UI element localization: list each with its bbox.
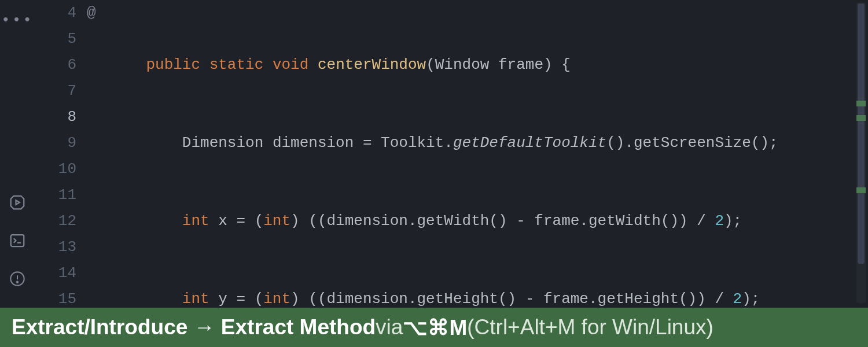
line-number: 11 xyxy=(35,182,76,208)
line-number: 14 xyxy=(35,260,76,286)
banner-action: Extract/Introduce → Extract Method xyxy=(12,315,376,339)
scrollbar[interactable] xyxy=(856,2,866,303)
left-gutter: ••• xyxy=(0,0,35,307)
italic-call: getDefaultToolkit xyxy=(453,130,606,156)
scroll-thumb[interactable] xyxy=(858,3,865,264)
scroll-marker[interactable] xyxy=(856,187,866,193)
banner-text: (Ctrl+Alt+M for Win/Linux) xyxy=(467,315,713,339)
line-number: 9 xyxy=(35,130,76,156)
scroll-marker[interactable] xyxy=(856,115,866,121)
annotations: @ xyxy=(87,0,104,307)
method-name: centerWindow xyxy=(318,52,426,78)
code-area[interactable]: public static void centerWindow(Window f… xyxy=(104,0,868,307)
code-line[interactable]: Dimension dimension = Toolkit.getDefault… xyxy=(104,130,868,156)
svg-point-2 xyxy=(17,282,18,283)
annotation-at: @ xyxy=(87,0,104,26)
run-icon[interactable] xyxy=(7,192,28,213)
keyword-void: void xyxy=(273,52,308,78)
line-number: 6 xyxy=(35,52,76,78)
more-icon[interactable]: ••• xyxy=(1,12,34,29)
line-number: 10 xyxy=(35,156,76,182)
line-number: 7 xyxy=(35,78,76,104)
line-numbers: 4 5 6 7 8 9 10 11 12 13 14 15 xyxy=(35,0,87,307)
banner-shortcut: ⌥⌘M xyxy=(403,315,467,340)
keyword-static: static xyxy=(209,52,264,78)
code-line[interactable]: int x = (int) ((dimension.getWidth() - f… xyxy=(104,208,868,234)
problems-icon[interactable] xyxy=(7,268,28,289)
editor-container: ••• 4 5 6 7 8 9 10 11 12 13 14 15 @ publ xyxy=(0,0,868,307)
line-number-current: 8 xyxy=(35,104,76,130)
keyword-public: public xyxy=(146,52,200,78)
tip-banner: Extract/Introduce → Extract Method via ⌥… xyxy=(0,308,868,347)
terminal-icon[interactable] xyxy=(7,230,28,251)
line-number: 5 xyxy=(35,26,76,52)
line-number: 4 xyxy=(35,0,76,26)
svg-rect-0 xyxy=(11,235,24,246)
code-line[interactable]: public static void centerWindow(Window f… xyxy=(104,52,868,78)
line-number: 13 xyxy=(35,234,76,260)
scroll-marker[interactable] xyxy=(856,101,866,106)
banner-text: via xyxy=(376,315,403,339)
line-number: 12 xyxy=(35,208,76,234)
